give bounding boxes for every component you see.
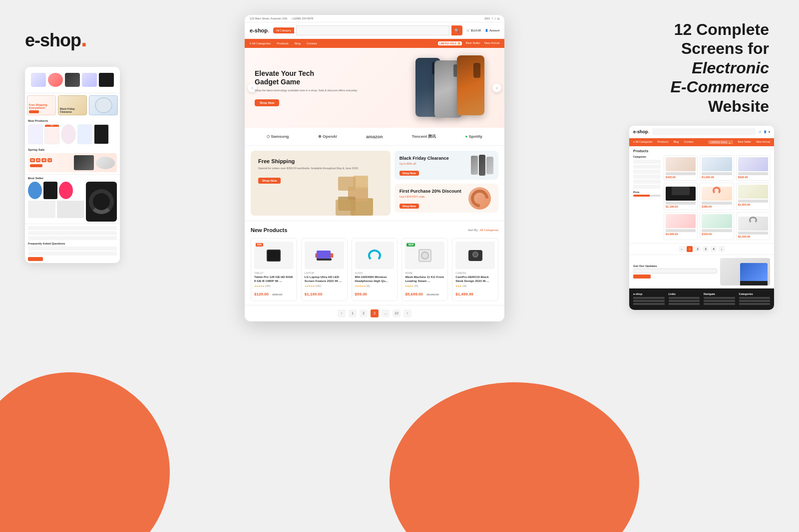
cm-washer-badge: NEW [406, 243, 415, 247]
cm-topbar: 123 Main Street, Anytown USA +1(888) 234… [245, 15, 504, 22]
cm-page-next[interactable]: › [403, 309, 411, 317]
lm-bs-item-5 [57, 201, 84, 218]
hl-line2: Screens for [681, 39, 769, 57]
cm-best-seller[interactable]: Best Seller [466, 41, 480, 45]
cm-cart-area: 🛒 $110.00 👤 Account [466, 29, 499, 32]
cm-camera-price: $1,499.99 [455, 292, 473, 296]
rm-products-section: Products Categories Price [629, 146, 774, 243]
lm-faq-item-1 [28, 226, 117, 230]
cm-nav-blog[interactable]: Blog [295, 42, 301, 45]
box-6 [338, 177, 356, 191]
cm-page-prev[interactable]: ‹ [338, 309, 346, 317]
rm-page-next[interactable]: › [719, 246, 725, 252]
cm-headphone-price: $59.00 [355, 292, 367, 296]
box-stack [336, 166, 391, 216]
rm-nl-input[interactable] [633, 268, 717, 273]
cm-headphone-stars: ★★★★★ (38) [355, 284, 395, 287]
rm-page-4[interactable]: 4 [711, 246, 717, 252]
rm-footer-link-1 [669, 297, 700, 299]
rm-nav-new[interactable]: New Arrival [756, 140, 770, 144]
lm-faq-title: Frequently Asked Questions [28, 242, 117, 245]
cm-discount-banner: First Purchase 20% Discount Use FIRST20Y… [395, 184, 498, 213]
rm-prod-price-7: $4,009.00 [666, 233, 696, 236]
lm-shipping-btn [29, 110, 39, 113]
cm-sort-value[interactable]: All Categories [480, 229, 498, 232]
rm-nav-bestseller[interactable]: Best Seller [738, 140, 752, 144]
rm-cat-4[interactable] [633, 175, 661, 179]
lm-timer-ms: 12 [47, 158, 52, 162]
cm-bf-btn[interactable]: Shop Now [400, 171, 419, 176]
rm-prod-card-3: $329.00 [736, 155, 770, 181]
rm-cat-5[interactable] [633, 180, 661, 184]
lm-prod-1 [28, 124, 43, 144]
cm-phone: +1(888) 234-5678 [292, 17, 314, 20]
lm-bs-row [28, 182, 117, 222]
cm-search-input[interactable] [296, 25, 449, 35]
rm-cat-6[interactable] [633, 185, 661, 189]
cm-laptop-price: $1,199.00 [305, 292, 323, 296]
lm-new-products-title: New Products [28, 119, 117, 122]
box-4 [336, 200, 356, 216]
cm-hero-cta[interactable]: Shop Now [255, 99, 279, 106]
cm-page-10[interactable]: 10 [393, 309, 400, 317]
rm-nav-all[interactable]: ≡ All Categories [633, 140, 653, 144]
rm-wishlist-icon[interactable]: ♥ [769, 130, 770, 133]
rm-nav-products[interactable]: Products [658, 140, 669, 144]
cm-nav-all-categories[interactable]: ≡ All Categories [250, 42, 271, 45]
rm-nav-contact[interactable]: Contact [684, 140, 693, 144]
cm-feature-banners: Free Shipping Special for orders over $3… [245, 146, 504, 221]
rm-section-title: Products [633, 149, 770, 153]
cm-brand-amazon: amazon [366, 134, 383, 139]
cm-account[interactable]: 👤 Account [485, 29, 499, 32]
rm-cat-3[interactable] [633, 170, 661, 174]
rm-search[interactable] [652, 128, 756, 135]
cm-search-btn[interactable]: 🔍 [451, 25, 462, 35]
rm-pagination: ‹ 1 2 3 4 › [629, 243, 774, 255]
rm-page-3[interactable]: 3 [703, 246, 709, 252]
lm-black-friday-banner: Black Friday Clearance [58, 95, 87, 115]
cm-nav-contact[interactable]: Contact [307, 42, 317, 45]
rm-prod-card-9: $2,190.00 [736, 212, 770, 240]
rm-page-2[interactable]: 2 [695, 246, 701, 252]
lm-timer: 00 43 40 12 [30, 158, 72, 162]
cm-new-products-title: New Products [251, 227, 287, 233]
cm-mini-phone-1 [471, 156, 478, 175]
hl-line4: E-Commerce [671, 78, 769, 96]
rm-account-icon[interactable]: 👤 [764, 130, 767, 133]
cm-page-2[interactable]: 2 [360, 309, 368, 317]
cm-cart[interactable]: 🛒 $110.00 [466, 29, 481, 32]
cm-laptop-name: LG Laptop Ultra HD LED Screen Feature 20… [305, 275, 344, 283]
lm-sale-banner: 00 43 40 12 [28, 153, 117, 172]
rm-footer-cat-3 [739, 303, 771, 305]
lm-thumb-1 [31, 73, 46, 87]
cm-nav-products[interactable]: Products [277, 42, 289, 45]
cm-page-1[interactable]: 1 [349, 309, 357, 317]
rm-cart-icon[interactable]: 🛒 [759, 130, 762, 133]
rm-prod-thumb-4 [672, 187, 690, 195]
lm-best-seller: Best Seller [25, 174, 120, 224]
cm-section-header: New Products Sort By All Categories [251, 227, 498, 233]
rm-cat-2[interactable] [633, 165, 661, 169]
rm-prod-card-8: $325.00 [700, 212, 734, 240]
cm-tablet-badge: 80% [256, 243, 263, 247]
rm-nl-title: Get Our Updates [633, 265, 717, 267]
rm-nav-blog[interactable]: Blog [673, 140, 679, 144]
cm-disc-content: First Purchase 20% Discount Use FIRST20Y… [400, 189, 462, 208]
rm-page-1[interactable]: 1 [687, 246, 693, 252]
cm-product-tablet: 80% TABLET Tablet Pro 128 GB HD RAM 8 GB… [251, 238, 297, 301]
cm-disc-btn[interactable]: Shop Now [400, 204, 419, 209]
rm-page-prev[interactable]: ‹ [679, 246, 685, 252]
cm-nav-right: LIMITED SALE 🔥 Best Seller New Arrival [438, 41, 499, 45]
cm-category-select[interactable]: All Category [273, 27, 294, 33]
rm-cat-1[interactable] [633, 160, 661, 164]
cm-tablet-name: Tablet Pro 128 GB HD RAM 8 GB i8 1080P 4… [254, 275, 294, 283]
rm-cat-title: Categories [633, 155, 661, 158]
cm-headphone-arc [467, 186, 492, 210]
rm-nl-btn[interactable] [633, 274, 651, 278]
cm-new-arrival[interactable]: New Arrival [484, 41, 499, 45]
rm-prod-name-1 [666, 172, 696, 175]
cm-limited-sale[interactable]: LIMITED SALE 🔥 [438, 41, 462, 45]
rm-price-slider[interactable] [633, 195, 661, 197]
cm-page-3[interactable]: 3 [371, 309, 379, 317]
cm-fs-btn[interactable]: Shop Now [258, 178, 281, 184]
